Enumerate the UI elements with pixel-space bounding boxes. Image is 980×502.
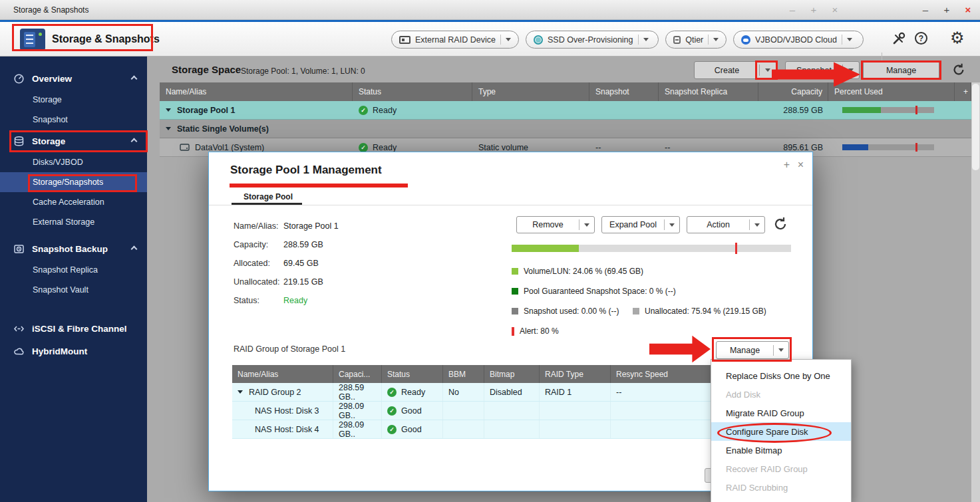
menu-item-configure-spare-disk[interactable]: Configure Spare Disk xyxy=(711,422,851,441)
window-titlebar: Storage & Snapshots – + × – + × xyxy=(0,0,980,20)
snapshot-button[interactable]: Snapshot xyxy=(785,61,860,79)
tab-storage-pool[interactable]: Storage Pool xyxy=(244,192,293,201)
question-mark-icon: ? xyxy=(919,34,923,43)
sidebar-item-overview[interactable]: Overview xyxy=(0,67,147,90)
col-capacity[interactable]: Capacity xyxy=(758,82,828,101)
create-label: Create xyxy=(695,66,759,75)
external-raid-device-button[interactable]: External RAID Device xyxy=(391,31,519,49)
sidebar-item-overview-storage[interactable]: Storage xyxy=(0,90,147,110)
vertical-scrollbar[interactable] xyxy=(971,82,980,502)
sidebar-item-snapshot-replica[interactable]: Snapshot Replica xyxy=(0,260,147,280)
legend-guaranteed: Pool Guaranteed Snapshot Space: 0 % (--) xyxy=(512,287,676,296)
pool-percent-bar xyxy=(842,107,934,113)
refresh-button[interactable] xyxy=(951,63,966,80)
disk-4-status: Good xyxy=(401,425,422,434)
iscsi-label: iSCSI & Fibre Channel xyxy=(32,324,127,334)
chevron-down-icon xyxy=(166,108,171,112)
action-button[interactable]: Action xyxy=(687,216,765,233)
refresh-icon xyxy=(772,216,788,232)
sidebar-item-overview-snapshot[interactable]: Snapshot xyxy=(0,110,147,130)
settings-button[interactable]: ⚙ xyxy=(950,30,965,46)
menu-item-enable-bitmap[interactable]: Enable Bitmap xyxy=(711,441,851,459)
sidebar-item-disks-vjbod[interactable]: Disks/VJBOD xyxy=(0,152,147,172)
chevron-down-icon xyxy=(848,68,854,72)
tools-button[interactable] xyxy=(892,31,906,49)
sidebar-item-hybridmount[interactable]: HybridMount xyxy=(0,340,147,362)
menu-item-migrate-raid-group[interactable]: Migrate RAID Group xyxy=(711,404,851,422)
raid-col-status[interactable]: Status xyxy=(382,365,443,383)
raid-table-row-disk-4[interactable]: NAS Host: Disk 4 298.09 GB.. ✓ Good xyxy=(232,420,791,439)
raid-group-type: RAID 1 xyxy=(545,388,572,397)
wrench-icon xyxy=(892,31,906,46)
manage-button[interactable]: Manage xyxy=(863,61,939,79)
raid-col-bbm[interactable]: BBM xyxy=(443,365,484,383)
status-ok-icon: ✓ xyxy=(359,143,368,152)
col-snapshot[interactable]: Snapshot xyxy=(589,82,659,101)
vjbod-cloud-icon xyxy=(741,35,750,45)
col-name-alias[interactable]: Name/Alias xyxy=(160,82,353,101)
name-label: Name/Alias: xyxy=(234,221,283,231)
menu-item-replace-disks[interactable]: Replace Disks One by One xyxy=(711,366,851,385)
chevron-down-icon xyxy=(166,127,171,130)
dialog-close-button[interactable]: × xyxy=(798,159,804,171)
raid-table-row-raid-group-2[interactable]: RAID Group 2 288.59 GB.. ✓ Ready No Disa… xyxy=(232,383,791,402)
create-button[interactable]: Create xyxy=(694,61,776,79)
raid-col-bitmap[interactable]: Bitmap xyxy=(484,365,540,383)
unallocated-label: Unallocated: xyxy=(234,277,283,287)
raid-col-name-alias[interactable]: Name/Alias xyxy=(232,365,333,383)
sidebar-item-external-storage[interactable]: External Storage xyxy=(0,212,147,232)
disk-4-capacity: 298.09 GB.. xyxy=(339,420,381,439)
legend-volume-lun-label: Volume/LUN: 24.06 % (69.45 GB) xyxy=(524,267,643,276)
vjbod-cloud-button[interactable]: VJBOD/VJBOD Cloud xyxy=(733,31,864,49)
col-percent-used[interactable]: Percent Used xyxy=(828,82,955,101)
table-row-storage-pool-1[interactable]: Storage Pool 1 ✓ Ready 288.59 GB xyxy=(160,101,971,120)
dialog-maximize-button[interactable]: + xyxy=(784,159,790,171)
status-label: Status: xyxy=(234,296,283,305)
app-title: Storage & Snapshots xyxy=(52,22,160,57)
raid-manage-button[interactable]: Manage xyxy=(716,341,789,359)
capacity-label: Capacity: xyxy=(234,240,283,249)
qtier-icon xyxy=(673,36,681,44)
status-ok-icon: ✓ xyxy=(359,106,368,115)
col-status[interactable]: Status xyxy=(353,82,472,101)
capacity-value: 288.59 GB xyxy=(283,240,323,249)
raid-group-capacity: 288.59 GB.. xyxy=(339,383,381,402)
sidebar-item-storage-snapshots[interactable]: Storage/Snapshots xyxy=(0,172,147,192)
legend-guaranteed-label: Pool Guaranteed Snapshot Space: 0 % (--) xyxy=(524,287,676,296)
pool-name: Storage Pool 1 xyxy=(177,106,236,115)
raid-group-status: Ready xyxy=(401,388,425,397)
hybridmount-label: HybridMount xyxy=(32,346,87,356)
scrollbar-thumb[interactable] xyxy=(972,84,979,170)
snapshot-label: Snapshot xyxy=(786,66,842,75)
add-column-button[interactable]: + xyxy=(955,82,971,101)
qtier-button[interactable]: Qtier xyxy=(665,31,727,49)
disk-3-status: Good xyxy=(401,406,422,416)
app-window: Storage & Snapshots – + × – + × Storage … xyxy=(0,0,980,502)
menu-item-raid-scrubbing: RAID Scrubbing xyxy=(711,478,851,497)
sidebar-item-iscsi-fibre-channel[interactable]: iSCSI & Fibre Channel xyxy=(0,317,147,340)
status-ok-icon: ✓ xyxy=(387,425,397,434)
light-gray-swatch-icon xyxy=(633,308,639,314)
ssd-over-provisioning-button[interactable]: SSD Over-Provisioning xyxy=(526,31,659,49)
raid-col-raid-type[interactable]: RAID Type xyxy=(540,365,611,383)
col-type[interactable]: Type xyxy=(472,82,589,101)
dialog-refresh-button[interactable] xyxy=(772,216,788,235)
raid-table-row-disk-3[interactable]: NAS Host: Disk 3 298.09 GB.. ✓ Good xyxy=(232,402,791,420)
raid-col-capacity[interactable]: Capaci... xyxy=(333,365,382,383)
minimize-button[interactable]: – xyxy=(920,0,931,20)
maximize-button[interactable]: + xyxy=(941,0,952,20)
sidebar-item-snapshot-vault[interactable]: Snapshot Vault xyxy=(0,280,147,300)
tab-divider xyxy=(209,205,812,205)
table-row-static-single-volumes[interactable]: Static Single Volume(s) xyxy=(160,120,971,138)
sidebar-item-cache-acceleration[interactable]: Cache Acceleration xyxy=(0,192,147,212)
remove-button[interactable]: Remove xyxy=(516,216,595,233)
disk-3-name: NAS Host: Disk 3 xyxy=(255,406,319,416)
volume-icon xyxy=(180,143,190,152)
col-snapshot-replica[interactable]: Snapshot Replica xyxy=(659,82,758,101)
help-button[interactable]: ? xyxy=(915,32,927,45)
sidebar-item-snapshot-backup[interactable]: Snapshot Backup xyxy=(0,237,147,260)
green-swatch-icon xyxy=(512,268,518,275)
sidebar-item-storage[interactable]: Storage xyxy=(0,130,147,152)
close-button[interactable]: × xyxy=(963,0,973,20)
expand-pool-button[interactable]: Expand Pool xyxy=(601,216,680,233)
